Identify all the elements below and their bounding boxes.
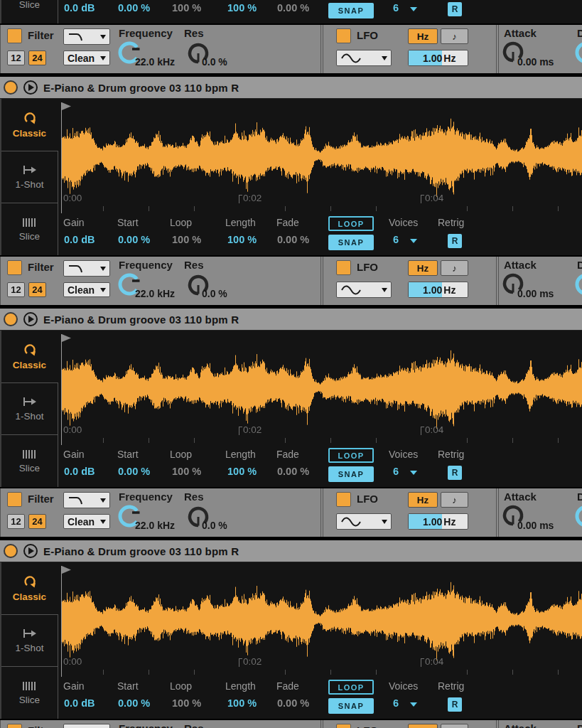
sample-preview-button[interactable] xyxy=(23,80,38,95)
lfo-rate-field[interactable]: 1.00 Hz xyxy=(408,50,468,66)
loop-value[interactable]: 100 % xyxy=(172,466,201,477)
frequency-value[interactable]: 22.0 kHz xyxy=(135,56,175,68)
voices-value[interactable]: 6 xyxy=(393,466,399,477)
voices-value[interactable]: 6 xyxy=(393,234,399,245)
filter-circuit-dropdown[interactable]: Clean xyxy=(63,50,110,65)
filter-slope-24-button[interactable]: 24 xyxy=(28,282,46,297)
loop-value[interactable]: 100 % xyxy=(172,697,201,709)
gain-value[interactable]: 0.0 dB xyxy=(64,466,95,477)
attack-value[interactable]: 0.00 ms xyxy=(517,56,554,68)
lfo-waveform-dropdown[interactable] xyxy=(336,50,392,66)
tab-classic[interactable]: Classic xyxy=(1,99,58,151)
waveform-display[interactable] xyxy=(58,331,582,487)
waveform-display[interactable] xyxy=(58,99,582,255)
attack-value[interactable]: 0.00 ms xyxy=(517,288,554,299)
filter-enable-checkbox[interactable] xyxy=(7,492,22,507)
filter-enable-checkbox[interactable] xyxy=(7,260,22,275)
sample-preview-button[interactable] xyxy=(23,544,38,558)
loop-toggle-button[interactable]: LOOP xyxy=(328,216,374,231)
device-activator-toggle[interactable] xyxy=(4,544,18,558)
filter-circuit-dropdown[interactable]: Clean xyxy=(63,514,110,529)
fade-value[interactable]: 0.00 % xyxy=(277,234,309,245)
voices-value[interactable]: 6 xyxy=(393,697,399,709)
decay-knob[interactable] xyxy=(573,503,582,529)
filter-slope-24-button[interactable]: 24 xyxy=(28,514,46,529)
filter-slope-12-button[interactable]: 12 xyxy=(7,514,25,529)
retrig-toggle-button[interactable]: R xyxy=(448,697,462,712)
res-value[interactable]: 0.0 % xyxy=(202,56,227,68)
sample-preview-button[interactable] xyxy=(23,312,38,326)
lfo-sync-mode-button[interactable]: ♪ xyxy=(441,724,468,728)
device-activator-toggle[interactable] xyxy=(4,80,18,95)
filter-slope-12-button[interactable]: 12 xyxy=(7,50,25,65)
loop-toggle-button[interactable]: LOOP xyxy=(328,448,374,463)
start-value[interactable]: 0.00 % xyxy=(118,2,150,14)
filter-enable-checkbox[interactable] xyxy=(7,724,22,728)
voices-dropdown-caret-icon[interactable] xyxy=(410,471,417,475)
tab-classic[interactable]: Classic xyxy=(1,562,58,614)
loop-value[interactable]: 100 % xyxy=(172,2,201,14)
start-value[interactable]: 0.00 % xyxy=(118,697,150,709)
lfo-enable-checkbox[interactable] xyxy=(336,28,351,43)
waveform-display[interactable] xyxy=(58,562,582,719)
device-activator-toggle[interactable] xyxy=(4,312,18,326)
length-value[interactable]: 100 % xyxy=(227,697,257,709)
voices-value[interactable]: 6 xyxy=(393,2,399,14)
attack-value[interactable]: 0.00 ms xyxy=(517,520,554,531)
loop-value[interactable]: 100 % xyxy=(172,234,201,245)
tab-slice[interactable]: Slice xyxy=(1,434,58,487)
filter-type-dropdown[interactable] xyxy=(63,260,110,277)
voices-dropdown-caret-icon[interactable] xyxy=(410,239,417,243)
lfo-waveform-dropdown[interactable] xyxy=(336,513,392,530)
loop-toggle-button[interactable]: LOOP xyxy=(328,680,374,695)
fade-value[interactable]: 0.00 % xyxy=(277,2,309,14)
lfo-rate-field[interactable]: 1.00 Hz xyxy=(408,282,468,298)
frequency-value[interactable]: 22.0 kHz xyxy=(135,288,175,299)
tab-one-shot[interactable]: 1-Shot xyxy=(1,151,58,203)
retrig-toggle-button[interactable]: R xyxy=(448,2,462,16)
lfo-hz-mode-button[interactable]: Hz xyxy=(408,724,438,728)
lfo-enable-checkbox[interactable] xyxy=(336,724,351,728)
snap-toggle-button[interactable]: SNAP xyxy=(328,466,374,482)
length-value[interactable]: 100 % xyxy=(227,466,257,477)
filter-slope-24-button[interactable]: 24 xyxy=(28,50,46,65)
lfo-hz-mode-button[interactable]: Hz xyxy=(408,492,438,508)
fade-value[interactable]: 0.00 % xyxy=(277,697,309,709)
lfo-rate-field[interactable]: 1.00 Hz xyxy=(408,513,468,530)
decay-knob[interactable] xyxy=(573,40,582,65)
device-title-bar[interactable]: E-Piano & Drum groove 03 110 bpm R xyxy=(0,540,582,562)
filter-type-dropdown[interactable] xyxy=(63,724,110,728)
start-value[interactable]: 0.00 % xyxy=(118,234,150,245)
length-value[interactable]: 100 % xyxy=(227,234,257,245)
lfo-sync-mode-button[interactable]: ♪ xyxy=(441,28,468,44)
voices-dropdown-caret-icon[interactable] xyxy=(410,702,417,707)
start-value[interactable]: 0.00 % xyxy=(118,466,150,477)
tab-slice[interactable]: Slice xyxy=(1,666,58,719)
sample-start-flag-icon[interactable] xyxy=(62,334,72,343)
length-value[interactable]: 100 % xyxy=(227,2,257,14)
lfo-waveform-dropdown[interactable] xyxy=(336,282,392,298)
device-title-bar[interactable]: E-Piano & Drum groove 03 110 bpm R xyxy=(0,309,582,331)
filter-type-dropdown[interactable] xyxy=(63,492,110,508)
tab-one-shot[interactable]: 1-Shot xyxy=(1,382,58,435)
lfo-hz-mode-button[interactable]: Hz xyxy=(408,260,438,276)
lfo-sync-mode-button[interactable]: ♪ xyxy=(441,492,468,508)
lfo-hz-mode-button[interactable]: Hz xyxy=(408,28,438,44)
gain-value[interactable]: 0.0 dB xyxy=(64,697,95,709)
device-title-bar[interactable]: E-Piano & Drum groove 03 110 bpm R xyxy=(0,77,582,99)
gain-value[interactable]: 0.0 dB xyxy=(64,234,95,245)
filter-type-dropdown[interactable] xyxy=(63,28,110,45)
lfo-enable-checkbox[interactable] xyxy=(336,260,351,275)
fade-value[interactable]: 0.00 % xyxy=(277,466,309,477)
tab-slice[interactable]: Slice xyxy=(1,0,58,23)
sample-start-flag-icon[interactable] xyxy=(62,566,72,574)
snap-toggle-button[interactable]: SNAP xyxy=(328,698,374,714)
lfo-sync-mode-button[interactable]: ♪ xyxy=(441,260,468,276)
snap-toggle-button[interactable]: SNAP xyxy=(328,235,374,250)
res-value[interactable]: 0.0 % xyxy=(202,288,227,299)
filter-slope-12-button[interactable]: 12 xyxy=(7,282,25,297)
tab-slice[interactable]: Slice xyxy=(1,203,58,255)
tab-one-shot[interactable]: 1-Shot xyxy=(1,614,58,667)
retrig-toggle-button[interactable]: R xyxy=(448,466,462,480)
frequency-value[interactable]: 22.0 kHz xyxy=(135,520,175,531)
